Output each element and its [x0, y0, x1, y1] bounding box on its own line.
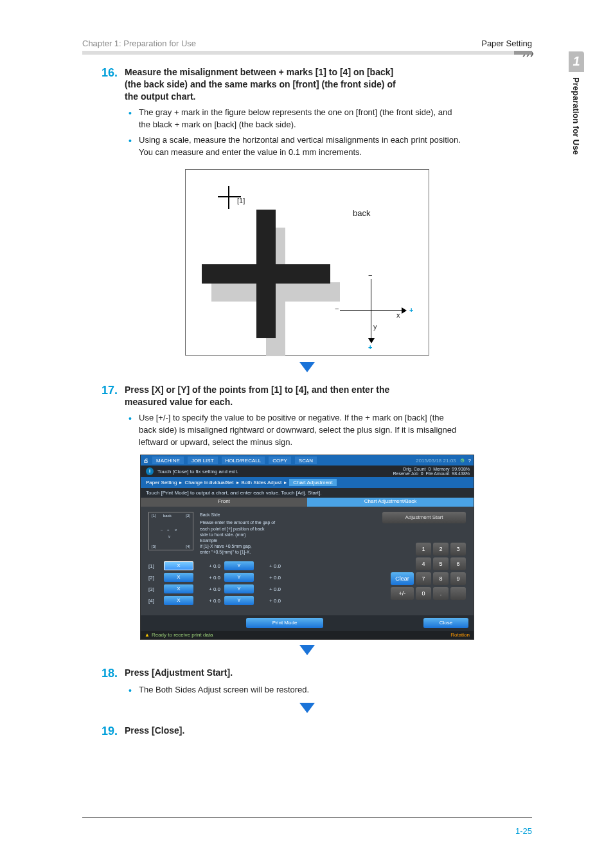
- step-16: 16. Measure the misalignment between + m…: [102, 66, 532, 159]
- gear-icon[interactable]: ⚙: [460, 458, 465, 464]
- chapter-title-tab: Preparation for Use: [569, 72, 581, 155]
- tab-back[interactable]: Chart Adjustment/Back: [307, 498, 474, 507]
- back-label: back: [353, 208, 370, 218]
- y-button[interactable]: Y: [224, 596, 254, 605]
- step-title: Measure the misalignment between + marks…: [125, 66, 407, 103]
- x-button[interactable]: X: [164, 596, 193, 605]
- numeric-keypad: 1 2 3 4 5 6 Clear 7 8 9 +/- 0 .: [342, 543, 466, 600]
- key-4[interactable]: 4: [416, 557, 431, 570]
- back-plus-mark: [202, 210, 330, 338]
- instruction-text: Touch [Print Mode] to output a chart, an…: [141, 488, 474, 498]
- side-tab: 1 Preparation for Use: [569, 51, 584, 186]
- crumb-chart-adjustment[interactable]: Chart Adjustment: [289, 479, 336, 486]
- rotation-indicator: Rotation: [450, 632, 470, 638]
- x-button[interactable]: X: [164, 573, 193, 582]
- step-title: Press [Close].: [125, 725, 407, 737]
- key-0[interactable]: 0: [416, 587, 431, 600]
- key-plusminus[interactable]: +/-: [391, 587, 414, 600]
- step-number: 19.: [102, 725, 125, 738]
- minus-up: −: [368, 271, 372, 279]
- touch-panel-screenshot: 🖨 MACHINE JOB LIST HOLD/RECALL COPY SCAN…: [140, 455, 474, 640]
- tab-recall[interactable]: HOLD/RECALL: [222, 457, 265, 464]
- step-title: Press [X] or [Y] of the points from [1] …: [125, 384, 407, 408]
- x-value: + 0.0: [197, 586, 220, 592]
- bullet: The gray + mark in the figure below repr…: [129, 107, 463, 131]
- print-mode-button[interactable]: Print Mode: [246, 618, 323, 628]
- key-dot[interactable]: .: [433, 587, 449, 600]
- key-6[interactable]: 6: [450, 557, 466, 570]
- top-bar: 🖨 MACHINE JOB LIST HOLD/RECALL COPY SCAN…: [141, 455, 474, 466]
- step-number: 16.: [102, 66, 125, 80]
- key-7[interactable]: 7: [416, 572, 431, 585]
- help-icon[interactable]: ?: [468, 458, 471, 464]
- warning-icon: ▲: [145, 632, 150, 638]
- tab-front[interactable]: Front: [141, 498, 307, 507]
- mode-tabs: Front Chart Adjustment/Back: [141, 498, 474, 507]
- down-arrow-icon: [299, 703, 315, 713]
- info-icon: i: [146, 467, 154, 475]
- plus-right: +: [409, 306, 413, 314]
- printer-icon: 🖨: [143, 458, 148, 464]
- y-axis-label: y: [373, 323, 377, 330]
- page-number: 1-25: [515, 826, 532, 836]
- axes-diagram: + + − − x y: [340, 279, 417, 343]
- adjustment-start-button[interactable]: Adjustment Start: [382, 512, 466, 523]
- y-button[interactable]: Y: [224, 584, 254, 593]
- key-3[interactable]: 3: [450, 543, 466, 556]
- key-blank[interactable]: [450, 587, 466, 600]
- tab-machine[interactable]: MACHINE: [152, 457, 184, 464]
- crumb-paper-setting[interactable]: Paper Setting: [146, 480, 177, 485]
- table-row: [2] X + 0.0 Y + 0.0: [148, 573, 333, 582]
- x-value: + 0.0: [197, 563, 220, 569]
- point-1-label: [1]: [237, 197, 245, 204]
- status-line: ▲Ready to receive print data Rotation: [141, 631, 474, 639]
- table-row: [3] X + 0.0 Y + 0.0: [148, 584, 333, 593]
- description-text: Back Side Please enter the amount of the…: [200, 512, 275, 555]
- bullet: The Both Sides Adjust screen will be res…: [129, 684, 463, 696]
- x-value: + 0.0: [197, 575, 220, 581]
- y-value: + 0.0: [258, 598, 281, 604]
- step-17: 17. Press [X] or [Y] of the points from …: [102, 384, 532, 448]
- header-rule: ❯❯❯: [82, 51, 532, 55]
- header-left: Chapter 1: Preparation for Use: [82, 39, 196, 48]
- step-title: Press [Adjustment Start].: [125, 667, 407, 679]
- tab-copy[interactable]: COPY: [269, 457, 291, 464]
- chapter-number-tab: 1: [569, 51, 584, 72]
- alignment-figure: [1] back + + − − x y: [185, 169, 429, 356]
- step-number: 17.: [102, 384, 125, 397]
- close-button[interactable]: Close: [423, 618, 468, 628]
- key-9[interactable]: 9: [450, 572, 466, 585]
- page-header: Chapter 1: Preparation for Use Paper Set…: [82, 39, 532, 48]
- step-18: 18. Press [Adjustment Start]. The Both S…: [102, 667, 532, 696]
- key-8[interactable]: 8: [433, 572, 449, 585]
- step-19: 19. Press [Close].: [102, 725, 532, 738]
- x-value: + 0.0: [197, 598, 220, 604]
- status-panel: Orig. Count 0 Memory 99.938% Reserve Job…: [393, 467, 470, 476]
- crumb-both-sides-adjust[interactable]: Both Sides Adjust: [242, 480, 282, 485]
- key-clear[interactable]: Clear: [391, 572, 414, 585]
- y-value: + 0.0: [258, 586, 281, 592]
- table-row: [4] X + 0.0 Y + 0.0: [148, 596, 333, 605]
- step-number: 18.: [102, 667, 125, 680]
- x-button[interactable]: X: [164, 561, 193, 570]
- bullet: Using a scale, measure the horizontal an…: [129, 134, 463, 159]
- tab-joblist[interactable]: JOB LIST: [188, 457, 218, 464]
- key-1[interactable]: 1: [416, 543, 431, 556]
- x-button[interactable]: X: [164, 584, 193, 593]
- y-value: + 0.0: [258, 563, 281, 569]
- datetime: 2015/03/18 21:03: [416, 458, 456, 464]
- table-row: [1] X + 0.0 Y + 0.0: [148, 561, 333, 570]
- plus-down: +: [368, 343, 372, 351]
- footer-rule: [82, 817, 532, 818]
- info-text: Touch [Close] to fix setting and exit.: [157, 469, 238, 475]
- y-value: + 0.0: [258, 575, 281, 581]
- breadcrumb: Paper Setting ▸ Change IndividualSet ▸ B…: [141, 477, 474, 488]
- crumb-change-individualset[interactable]: Change IndividualSet: [184, 480, 233, 485]
- minus-left: −: [335, 305, 339, 312]
- y-button[interactable]: Y: [224, 573, 254, 582]
- tab-scan[interactable]: SCAN: [295, 457, 317, 464]
- key-2[interactable]: 2: [433, 543, 449, 556]
- key-5[interactable]: 5: [433, 557, 449, 570]
- info-bar: i Touch [Close] to fix setting and exit.…: [141, 466, 474, 477]
- y-button[interactable]: Y: [224, 561, 254, 570]
